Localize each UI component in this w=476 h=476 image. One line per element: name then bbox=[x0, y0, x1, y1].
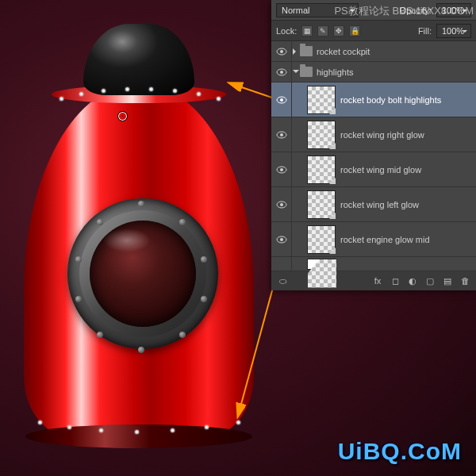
expand-icon[interactable] bbox=[292, 48, 300, 55]
layer-rocket-body-bolt-highlights[interactable]: rocket body bolt highlights bbox=[271, 83, 476, 117]
svg-point-9 bbox=[280, 98, 283, 102]
trash-icon[interactable]: 🗑 bbox=[457, 274, 473, 288]
layer-list: rocket cockpit highlights rocket body bo… bbox=[271, 41, 476, 271]
new-layer-icon[interactable]: ▤ bbox=[440, 274, 455, 288]
layer-thumbnail[interactable] bbox=[307, 225, 336, 254]
layer-thumbnail[interactable] bbox=[307, 121, 336, 149]
folder-icon bbox=[300, 46, 313, 56]
svg-point-7 bbox=[280, 71, 283, 74]
layer-name[interactable]: highlights bbox=[317, 67, 476, 77]
lock-position-icon[interactable]: ✥ bbox=[333, 25, 344, 36]
watermark-logo: UiBQ.CoM bbox=[338, 438, 462, 465]
svg-point-17 bbox=[280, 238, 283, 241]
canvas: Normal Opacity: 100% Lock: ▦ ✎ ✥ 🔒 Fill:… bbox=[0, 0, 476, 476]
svg-point-11 bbox=[280, 133, 283, 136]
visibility-toggle[interactable] bbox=[271, 222, 292, 256]
svg-point-5 bbox=[280, 50, 283, 53]
layer-thumbnail[interactable] bbox=[307, 259, 336, 270]
mask-icon[interactable]: ◻ bbox=[387, 274, 403, 288]
watermark-url: PS教程论坛 BBS.16XX8.COM bbox=[334, 4, 474, 18]
visibility-toggle[interactable] bbox=[271, 257, 292, 271]
visibility-toggle[interactable] bbox=[271, 187, 292, 221]
group-icon[interactable]: ▢ bbox=[422, 274, 438, 288]
layer-rocket-wing-mid-glow[interactable]: rocket wing mid glow bbox=[271, 152, 476, 187]
layer-rocket-wing-right-glow[interactable]: rocket wing right glow bbox=[271, 117, 476, 152]
layer-name[interactable]: rocket wing mid glow bbox=[340, 165, 476, 175]
panel-footer: ⬭ fx ◻ ◐ ▢ ▤ 🗑 bbox=[271, 271, 476, 290]
collapse-icon[interactable] bbox=[292, 67, 300, 76]
fx-icon[interactable]: fx bbox=[370, 274, 386, 288]
layer-rocket-engine-glow-mid[interactable]: rocket engine glow mid bbox=[271, 222, 476, 257]
fill-label: Fill: bbox=[418, 26, 432, 36]
lock-transparency-icon[interactable]: ▦ bbox=[301, 25, 313, 36]
layer-thumbnail[interactable] bbox=[307, 155, 336, 184]
layer-thumbnail[interactable] bbox=[307, 190, 336, 219]
fill-value[interactable]: 100% bbox=[436, 24, 471, 38]
svg-point-15 bbox=[280, 203, 283, 206]
svg-point-13 bbox=[280, 168, 283, 171]
layer-partial[interactable] bbox=[271, 257, 476, 271]
link-layers-icon[interactable]: ⬭ bbox=[274, 274, 290, 288]
layer-rocket-wing-left-glow[interactable]: rocket wing left glow bbox=[271, 187, 476, 222]
layer-group-rocket-cockpit[interactable]: rocket cockpit bbox=[271, 41, 476, 62]
layer-name[interactable]: rocket wing left glow bbox=[340, 200, 476, 209]
layer-thumbnail[interactable] bbox=[307, 86, 336, 114]
layer-name[interactable]: rocket body bolt highlights bbox=[340, 95, 476, 105]
layers-panel: Normal Opacity: 100% Lock: ▦ ✎ ✥ 🔒 Fill:… bbox=[271, 0, 476, 290]
lock-fill-row: Lock: ▦ ✎ ✥ 🔒 Fill: 100% bbox=[271, 21, 476, 41]
folder-icon bbox=[300, 67, 313, 77]
layer-name[interactable]: rocket engine glow mid bbox=[340, 235, 476, 244]
lock-all-icon[interactable]: 🔒 bbox=[349, 25, 360, 36]
layer-group-highlights[interactable]: highlights bbox=[271, 62, 476, 83]
visibility-toggle[interactable] bbox=[271, 152, 292, 186]
visibility-toggle[interactable] bbox=[271, 62, 292, 82]
adjustment-icon[interactable]: ◐ bbox=[405, 274, 420, 288]
visibility-toggle[interactable] bbox=[271, 41, 292, 61]
layer-name[interactable]: rocket cockpit bbox=[317, 47, 476, 56]
visibility-toggle[interactable] bbox=[271, 117, 292, 152]
lock-label: Lock: bbox=[276, 26, 297, 36]
layer-name[interactable]: rocket wing right glow bbox=[340, 130, 476, 140]
lock-icons: ▦ ✎ ✥ 🔒 bbox=[301, 25, 360, 36]
lock-pixels-icon[interactable]: ✎ bbox=[317, 25, 328, 36]
visibility-toggle[interactable] bbox=[271, 83, 292, 117]
